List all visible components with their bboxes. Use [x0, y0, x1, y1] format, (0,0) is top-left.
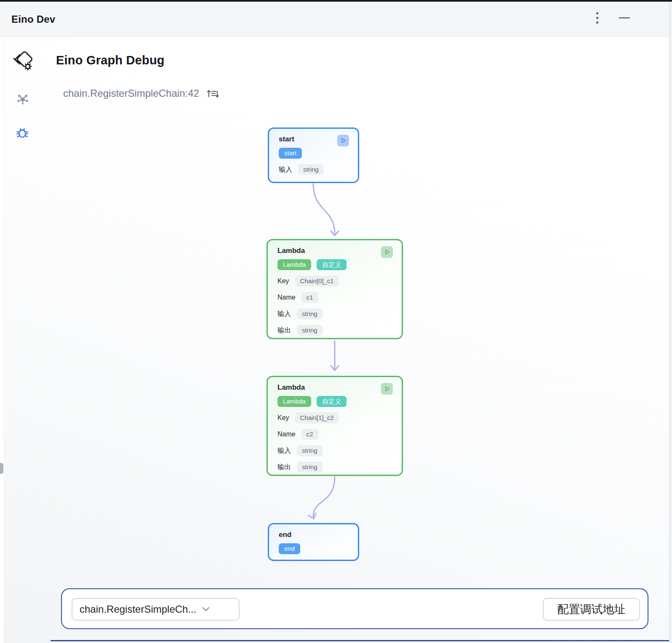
play-icon	[339, 136, 348, 145]
property-label: 输入	[277, 310, 291, 319]
play-icon	[382, 384, 392, 393]
node-property-row: 输入string	[277, 445, 393, 456]
property-label: Name	[277, 430, 296, 438]
run-node-button[interactable]	[337, 135, 349, 146]
node-title: Lambda	[277, 383, 393, 392]
run-node-button[interactable]	[381, 246, 393, 258]
configure-debug-address-button[interactable]: 配置调试地址	[543, 598, 640, 621]
property-label: 输出	[277, 463, 291, 472]
app-title: Eino Dev	[11, 13, 55, 25]
node-property-row: Namec1	[277, 292, 393, 303]
property-label: Key	[277, 414, 289, 422]
node-badges: end	[279, 543, 349, 554]
play-icon	[382, 247, 392, 257]
node-lambda1[interactable]: LambdaLambda自定义KeyChain[0]_c1Namec1输入str…	[267, 239, 403, 339]
sort-icon[interactable]	[206, 88, 219, 99]
app-window: Eino Dev	[0, 0, 672, 643]
property-value: string	[298, 164, 324, 175]
node-type-badge: 自定义	[317, 259, 347, 270]
left-panel-handle[interactable]	[0, 463, 3, 474]
node-property-row: 输入string	[277, 308, 393, 319]
node-property-row: KeyChain[0]_c1	[277, 276, 393, 287]
property-label: 输入	[277, 446, 291, 455]
property-label: Key	[277, 277, 289, 285]
minimize-icon[interactable]	[619, 17, 630, 19]
node-title: Lambda	[277, 247, 393, 255]
chevron-down-icon	[202, 607, 210, 612]
node-property-row: KeyChain[1]_c2	[277, 412, 393, 423]
property-value: string	[297, 325, 323, 336]
node-property-row: 输入string	[279, 164, 349, 175]
more-menu-icon[interactable]	[594, 10, 601, 26]
node-property-row: 输出string	[277, 462, 393, 473]
chain-select-dropdown[interactable]: chain.RegisterSimpleCh...	[72, 598, 240, 621]
node-end[interactable]: endend	[268, 523, 359, 561]
node-property-row: Namec2	[277, 429, 393, 440]
property-label: Name	[277, 294, 296, 301]
property-value: string	[297, 462, 323, 473]
property-value: Chain[0]_c1	[295, 276, 339, 287]
chain-label: chain.RegisterSimpleChain:42	[63, 88, 199, 99]
page-title: Eino Graph Debug	[56, 53, 165, 67]
property-value: c1	[301, 292, 318, 303]
chain-select-value: chain.RegisterSimpleCh...	[80, 603, 196, 615]
debug-bug-icon[interactable]	[14, 124, 30, 142]
node-lambda2[interactable]: LambdaLambda自定义KeyChain[1]_c2Namec2输入str…	[267, 376, 403, 476]
node-title: end	[279, 531, 349, 539]
debug-toolbar: chain.RegisterSimpleCh... 配置调试地址	[61, 588, 648, 629]
property-label: 输出	[277, 326, 291, 335]
run-node-button[interactable]	[381, 383, 393, 395]
titlebar-actions	[594, 0, 630, 35]
chain-row: chain.RegisterSimpleChain:42	[63, 88, 219, 99]
property-value: string	[297, 445, 323, 456]
window-right-edge	[669, 2, 672, 643]
property-value: c2	[301, 429, 318, 440]
property-label: 输入	[279, 165, 292, 174]
property-value: string	[297, 308, 323, 319]
node-type-badge: end	[279, 543, 300, 554]
node-badges: Lambda自定义	[277, 259, 393, 270]
node-type-badge: Lambda	[277, 259, 311, 270]
eino-logo-icon	[13, 50, 35, 72]
property-value: Chain[1]_c2	[295, 412, 339, 423]
node-badges: start	[279, 148, 349, 159]
node-type-badge: start	[279, 148, 302, 159]
node-type-badge: 自定义	[317, 396, 347, 407]
titlebar: Eino Dev	[0, 2, 669, 37]
node-property-row: 输出string	[277, 325, 393, 336]
node-type-badge: Lambda	[277, 396, 311, 407]
graph-view-icon[interactable]	[15, 92, 30, 109]
node-start[interactable]: startstart输入string	[268, 128, 359, 183]
bottom-drawer-edge[interactable]	[51, 640, 669, 643]
node-badges: Lambda自定义	[277, 396, 393, 407]
